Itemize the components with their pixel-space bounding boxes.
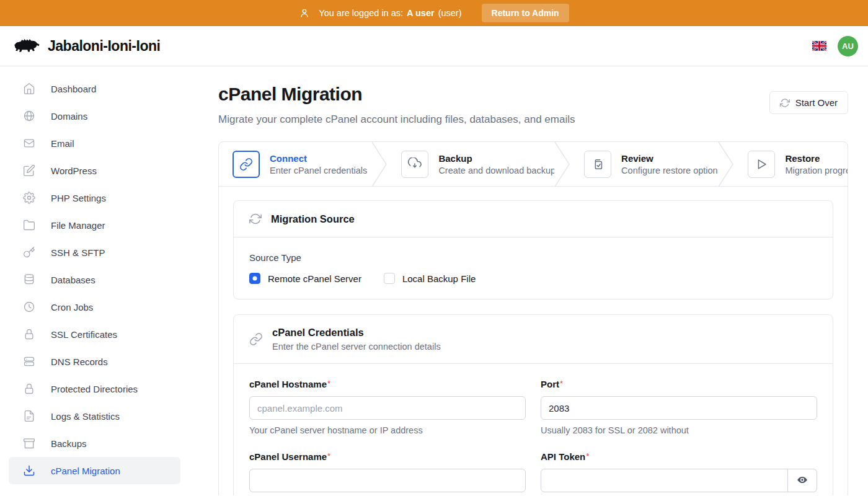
local-backup-checkbox[interactable]	[384, 273, 395, 284]
api-token-label: API Token	[541, 451, 585, 462]
credentials-subtitle: Enter the cPanel server connection detai…	[272, 342, 441, 352]
archive-icon	[23, 437, 35, 450]
gear-icon	[23, 192, 35, 204]
cloud-download-icon	[401, 151, 428, 178]
sidebar-item-logs-statistics[interactable]: Logs & Statistics	[9, 402, 180, 430]
cpanel-credentials-card: cPanel Credentials Enter the cPanel serv…	[233, 314, 833, 495]
globe-icon	[23, 110, 35, 122]
option-local-backup-file[interactable]: Local Backup File	[384, 273, 476, 284]
migration-source-card: Migration Source Source Type Remote cPan…	[233, 200, 833, 299]
step-title: Connect	[270, 153, 367, 164]
sidebar-item-dns-records[interactable]: DNS Records	[9, 348, 180, 375]
page-title: cPanel Migration	[218, 84, 575, 105]
credentials-title: cPanel Credentials	[272, 327, 441, 339]
download-icon	[23, 464, 35, 477]
step-title: Backup	[438, 153, 554, 164]
key-icon	[23, 246, 35, 259]
option-remote-cpanel-server[interactable]: Remote cPanel Server	[249, 273, 361, 284]
sidebar-item-label: Dashboard	[51, 84, 96, 94]
option-label: Local Backup File	[402, 273, 476, 284]
sidebar-item-protected-directories[interactable]: Protected Directories	[9, 375, 180, 402]
api-token-input[interactable]	[541, 469, 788, 492]
refresh-icon	[249, 213, 262, 225]
step-title: Restore	[785, 153, 848, 164]
port-label: Port	[541, 379, 559, 389]
required-asterisk: *	[327, 451, 330, 461]
main-content: cPanel Migration Migrate your complete c…	[189, 66, 868, 495]
step-backup[interactable]: Backup Create and download backup	[388, 142, 554, 186]
sidebar-item-cron-jobs[interactable]: Cron Jobs	[9, 293, 180, 321]
logged-in-role: (user)	[438, 8, 462, 18]
step-review[interactable]: Review Configure restore options	[570, 142, 718, 186]
app-header: Jabaloni-Ioni-Ioni AU	[0, 26, 868, 66]
database-icon	[23, 273, 35, 286]
person-icon	[299, 7, 310, 19]
username-input[interactable]	[249, 469, 526, 492]
user-avatar[interactable]: AU	[838, 36, 858, 56]
sidebar-item-label: WordPress	[51, 166, 97, 176]
logged-in-user: A user	[407, 8, 435, 18]
start-over-label: Start Over	[795, 97, 838, 108]
sidebar-item-databases[interactable]: Databases	[9, 266, 180, 293]
boar-logo-icon	[12, 35, 40, 57]
sidebar-item-label: cPanel Migration	[51, 466, 120, 476]
sidebar-item-ssl-certificates[interactable]: SSL Certificates	[9, 321, 180, 348]
sidebar: Dashboard Domains Email WordPress PHP Se…	[0, 66, 189, 495]
sidebar-item-backups[interactable]: Backups	[9, 430, 180, 457]
brand-name: Jabaloni-Ioni-Ioni	[48, 38, 160, 55]
logged-in-message: You are logged in as: A user (user)	[319, 8, 461, 18]
step-connect[interactable]: Connect Enter cPanel credentials	[219, 142, 371, 186]
step-restore[interactable]: Restore Migration progress	[734, 142, 848, 186]
brand[interactable]: Jabaloni-Ioni-Ioni	[12, 35, 160, 57]
username-field-group: cPanel Username*	[249, 451, 526, 492]
sidebar-item-label: Logs & Statistics	[51, 411, 120, 422]
lock-icon	[23, 328, 35, 340]
hostname-helper: Your cPanel server hostname or IP addres…	[249, 425, 526, 435]
play-icon	[748, 151, 775, 178]
hostname-field-group: cPanel Hostname* Your cPanel server host…	[249, 379, 526, 435]
uk-flag-icon[interactable]	[812, 41, 826, 51]
sidebar-item-email[interactable]: Email	[9, 130, 180, 157]
sidebar-item-label: Databases	[51, 275, 95, 285]
api-token-field-group: API Token*	[541, 451, 817, 492]
server-icon	[23, 355, 35, 368]
home-icon	[23, 82, 35, 95]
option-label: Remote cPanel Server	[268, 273, 361, 284]
wizard-stepper: Connect Enter cPanel credentials Backup …	[219, 142, 848, 187]
toggle-password-visibility-button[interactable]	[787, 469, 817, 492]
step-subtitle: Enter cPanel credentials	[270, 166, 367, 175]
sidebar-item-dashboard[interactable]: Dashboard	[9, 75, 180, 102]
port-field-group: Port* Usually 2083 for SSL or 2082 witho…	[541, 379, 817, 435]
sidebar-item-label: Domains	[51, 111, 87, 122]
migration-wizard-card: Connect Enter cPanel credentials Backup …	[218, 141, 848, 495]
step-subtitle: Create and download backup	[438, 166, 554, 175]
sidebar-item-label: PHP Settings	[51, 193, 106, 203]
required-asterisk: *	[327, 379, 330, 388]
sidebar-item-label: DNS Records	[51, 356, 108, 367]
source-type-label: Source Type	[249, 252, 817, 263]
sidebar-item-ssh-sftp[interactable]: SSH & SFTP	[9, 239, 180, 266]
hostname-input[interactable]	[249, 396, 526, 420]
required-asterisk: *	[560, 379, 563, 388]
sidebar-item-label: Cron Jobs	[51, 302, 93, 312]
return-to-admin-button[interactable]: Return to Admin	[482, 4, 569, 22]
step-subtitle: Migration progress	[785, 166, 848, 175]
sidebar-item-file-manager[interactable]: File Manager	[9, 211, 180, 239]
port-input[interactable]	[541, 396, 817, 420]
sidebar-item-wordpress[interactable]: WordPress	[9, 157, 180, 184]
hostname-label: cPanel Hostname	[249, 379, 327, 389]
file-text-icon	[23, 410, 35, 422]
username-label: cPanel Username	[249, 451, 327, 462]
sidebar-item-cpanel-migration[interactable]: cPanel Migration	[9, 457, 180, 484]
remote-server-checkbox[interactable]	[249, 273, 260, 284]
required-asterisk: *	[586, 451, 589, 461]
step-title: Review	[621, 153, 718, 164]
sidebar-item-php-settings[interactable]: PHP Settings	[9, 184, 180, 211]
logged-in-prefix: You are logged in as:	[319, 8, 403, 18]
start-over-button[interactable]: Start Over	[769, 91, 848, 114]
sidebar-item-label: SSH & SFTP	[51, 247, 105, 258]
migration-source-title: Migration Source	[271, 213, 355, 225]
folder-icon	[23, 219, 35, 231]
sidebar-item-domains[interactable]: Domains	[9, 102, 180, 130]
clipboard-check-icon	[584, 151, 611, 178]
